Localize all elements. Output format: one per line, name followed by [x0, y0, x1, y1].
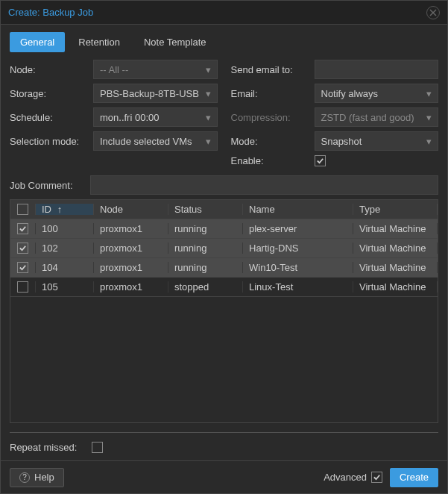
- header-type[interactable]: Type: [353, 204, 438, 215]
- form-area: Node: -- All -- ▾ Send email to: Storage…: [1, 52, 447, 171]
- job-comment-input[interactable]: [90, 175, 438, 195]
- cell-id: 104: [36, 262, 94, 273]
- schedule-value: mon..fri 00:00: [100, 112, 160, 123]
- cell-type: Virtual Machine: [353, 262, 438, 273]
- selection-label: Selection mode:: [10, 136, 93, 147]
- storage-select[interactable]: PBS-Backup-8TB-USB ▾: [93, 84, 218, 103]
- compression-select: ZSTD (fast and good) ▾: [315, 107, 439, 127]
- job-comment-label: Job Comment:: [10, 180, 84, 191]
- cell-id: 102: [36, 243, 94, 254]
- advanced-checkbox[interactable]: [371, 472, 382, 483]
- chevron-down-icon: ▾: [206, 88, 211, 99]
- help-label: Help: [34, 472, 54, 483]
- schedule-select[interactable]: mon..fri 00:00 ▾: [93, 107, 218, 127]
- chevron-down-icon: ▾: [206, 64, 211, 75]
- table-row[interactable]: 100proxmox1runningplex-serverVirtual Mac…: [10, 219, 438, 239]
- tab-note-template[interactable]: Note Template: [133, 32, 217, 52]
- compression-value: ZSTD (fast and good): [321, 112, 414, 123]
- cell-status: running: [168, 243, 243, 254]
- cell-name: Win10-Test: [243, 262, 353, 273]
- mode-label: Mode:: [231, 136, 315, 147]
- table-body: 100proxmox1runningplex-serverVirtual Mac…: [10, 219, 438, 422]
- window-title: Create: Backup Job: [8, 7, 93, 18]
- tab-retention[interactable]: Retention: [68, 32, 130, 52]
- dialog-window: Create: Backup Job General Retention Not…: [0, 0, 448, 494]
- advanced-toggle[interactable]: Advanced: [324, 472, 382, 483]
- separator: [10, 432, 438, 433]
- footer: ? Help Advanced Create: [1, 460, 447, 493]
- row-checkbox[interactable]: [17, 243, 28, 254]
- table-header: ID ↑ Node Status Name Type: [10, 200, 438, 219]
- advanced-label: Advanced: [324, 472, 367, 483]
- chevron-down-icon: ▾: [426, 88, 432, 99]
- enable-label: Enable:: [231, 155, 315, 166]
- node-label: Node:: [10, 64, 93, 75]
- email-label: Email:: [231, 88, 315, 99]
- cell-status: stopped: [168, 281, 243, 293]
- vm-table: ID ↑ Node Status Name Type 100proxmox1ru…: [10, 199, 438, 423]
- header-id-label: ID: [42, 204, 51, 215]
- selection-select[interactable]: Include selected VMs ▾: [93, 131, 218, 151]
- compression-label: Compression:: [231, 112, 315, 123]
- chevron-down-icon: ▾: [426, 112, 432, 123]
- node-select[interactable]: -- All -- ▾: [93, 60, 218, 79]
- repeat-missed-row: Repeat missed:: [1, 442, 447, 460]
- email-value: Notify always: [321, 88, 379, 99]
- sort-asc-icon: ↑: [57, 204, 63, 215]
- cell-type: Virtual Machine: [353, 243, 438, 254]
- tabs: General Retention Note Template: [1, 25, 447, 52]
- row-checkbox[interactable]: [17, 262, 28, 273]
- cell-type: Virtual Machine: [353, 223, 438, 234]
- sendto-input[interactable]: [315, 60, 439, 79]
- create-button[interactable]: Create: [390, 468, 438, 487]
- repeat-missed-label: Repeat missed:: [10, 442, 84, 453]
- help-button[interactable]: ? Help: [10, 468, 64, 487]
- cell-status: running: [168, 262, 243, 273]
- cell-name: Linux-Test: [243, 281, 353, 293]
- mode-select[interactable]: Snapshot ▾: [315, 131, 439, 151]
- create-label: Create: [400, 472, 429, 483]
- header-name[interactable]: Name: [243, 204, 353, 215]
- storage-value: PBS-Backup-8TB-USB: [100, 88, 199, 99]
- cell-node: proxmox1: [94, 243, 168, 254]
- sendto-label: Send email to:: [231, 64, 315, 75]
- close-icon[interactable]: [426, 6, 440, 19]
- row-checkbox[interactable]: [17, 223, 28, 234]
- help-icon: ?: [19, 472, 30, 483]
- cell-status: running: [168, 223, 243, 234]
- cell-id: 105: [36, 281, 94, 293]
- select-all-checkbox[interactable]: [17, 204, 28, 215]
- repeat-missed-checkbox[interactable]: [92, 442, 103, 453]
- cell-node: proxmox1: [94, 281, 168, 293]
- tab-general[interactable]: General: [10, 32, 65, 52]
- job-comment-row: Job Comment:: [1, 171, 447, 199]
- table-row[interactable]: 104proxmox1runningWin10-TestVirtual Mach…: [10, 258, 438, 278]
- header-id[interactable]: ID ↑: [36, 204, 94, 215]
- table-row[interactable]: 102proxmox1runningHartig-DNSVirtual Mach…: [10, 239, 438, 258]
- chevron-down-icon: ▾: [206, 112, 211, 123]
- chevron-down-icon: ▾: [426, 136, 432, 147]
- cell-id: 100: [36, 223, 94, 234]
- cell-name: plex-server: [243, 223, 353, 234]
- cell-node: proxmox1: [94, 262, 168, 273]
- header-node[interactable]: Node: [94, 204, 168, 215]
- header-check[interactable]: [10, 204, 36, 215]
- titlebar: Create: Backup Job: [1, 1, 447, 25]
- row-checkbox[interactable]: [17, 281, 28, 293]
- enable-checkbox[interactable]: [315, 155, 326, 166]
- chevron-down-icon: ▾: [206, 136, 211, 147]
- header-status[interactable]: Status: [168, 204, 243, 215]
- table-row[interactable]: 105proxmox1stoppedLinux-TestVirtual Mach…: [10, 278, 438, 297]
- mode-value: Snapshot: [321, 136, 362, 147]
- schedule-label: Schedule:: [10, 112, 93, 123]
- cell-node: proxmox1: [94, 223, 168, 234]
- cell-type: Virtual Machine: [353, 281, 438, 293]
- storage-label: Storage:: [10, 88, 93, 99]
- node-value: -- All --: [100, 64, 128, 75]
- email-select[interactable]: Notify always ▾: [315, 84, 439, 103]
- selection-value: Include selected VMs: [100, 136, 192, 147]
- cell-name: Hartig-DNS: [243, 243, 353, 254]
